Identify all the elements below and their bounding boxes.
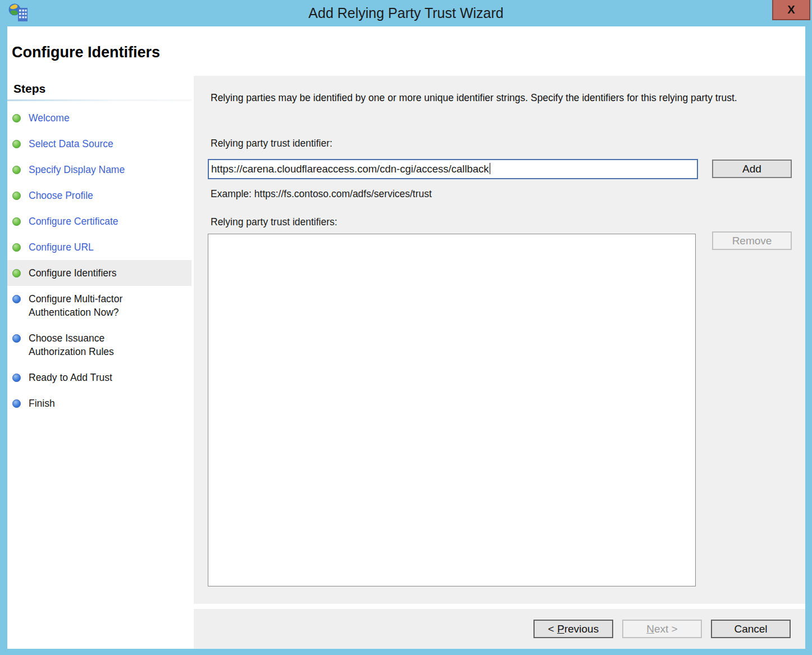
step-label: Choose Issuance Authorization Rules [29,331,151,358]
step-item-configure-multi-factor-authentication-now: Configure Multi-factor Authentication No… [7,286,191,325]
footer-bar: < Previous Next > Cancel [194,604,805,649]
step-item-specify-display-name[interactable]: Specify Display Name [7,157,191,183]
identifiers-listbox[interactable] [208,234,696,586]
next-button: Next > [622,620,702,638]
step-label: Ready to Add Trust [29,371,112,384]
steps-heading: Steps [13,82,45,95]
step-label: Welcome [29,111,70,125]
example-text: Example: https://fs.contoso.com/adfs/ser… [211,188,432,200]
wizard-window: Add Relying Party Trust Wizard X Configu… [0,0,812,655]
step-item-choose-profile[interactable]: Choose Profile [7,183,191,208]
step-pending-icon [12,334,21,343]
close-button[interactable]: X [772,0,810,20]
step-done-icon [12,243,21,252]
step-item-configure-identifiers: Configure Identifiers [7,260,191,286]
step-label: Finish [29,397,55,410]
step-item-choose-issuance-authorization-rules: Choose Issuance Authorization Rules [7,325,191,365]
previous-button[interactable]: < Previous [533,620,613,638]
step-pending-icon [12,374,21,382]
step-label: Specify Display Name [29,163,125,176]
intro-text: Relying parties may be identified by one… [211,90,784,106]
identifiers-list-label: Relying party trust identifiers: [211,216,337,228]
step-done-icon [12,114,21,122]
step-item-ready-to-add-trust: Ready to Add Trust [7,365,191,390]
step-item-welcome[interactable]: Welcome [7,105,191,131]
step-label: Choose Profile [29,189,93,202]
steps-sidebar: Steps WelcomeSelect Data SourceSpecify D… [7,76,191,649]
window-title: Add Relying Party Trust Wizard [0,5,812,21]
steps-heading-divider [7,99,191,101]
step-label: Configure Identifiers [29,266,117,280]
remove-button: Remove [712,231,792,250]
step-item-configure-url[interactable]: Configure URL [7,234,191,260]
step-done-icon [12,140,21,148]
dialog-body: Configure Identifiers Steps WelcomeSelec… [7,26,805,649]
page-header: Configure Identifiers [7,26,805,76]
identifier-input[interactable]: https://carena.cloudflareaccess.com/cdn-… [208,159,698,179]
main-panel: Relying parties may be identified by one… [194,76,805,649]
step-done-icon [12,269,21,278]
step-done-icon [12,217,21,226]
title-bar: Add Relying Party Trust Wizard X [0,0,812,26]
step-item-configure-certificate[interactable]: Configure Certificate [7,208,191,234]
step-done-icon [12,166,21,174]
step-pending-icon [12,295,21,303]
step-item-select-data-source[interactable]: Select Data Source [7,131,191,157]
step-done-icon [12,192,21,200]
identifier-value: https://carena.cloudflareaccess.com/cdn-… [211,163,489,175]
identifier-field-label: Relying party trust identifier: [211,138,332,149]
text-caret [490,163,490,174]
step-item-finish: Finish [7,390,191,416]
steps-list: WelcomeSelect Data SourceSpecify Display… [7,105,191,416]
page-title: Configure Identifiers [12,44,160,61]
step-label: Configure Certificate [29,215,118,228]
step-label: Configure Multi-factor Authentication No… [29,292,151,319]
cancel-button[interactable]: Cancel [711,620,791,638]
step-pending-icon [12,399,21,408]
step-label: Select Data Source [29,137,113,151]
step-label: Configure URL [29,240,94,254]
add-button[interactable]: Add [712,160,792,178]
